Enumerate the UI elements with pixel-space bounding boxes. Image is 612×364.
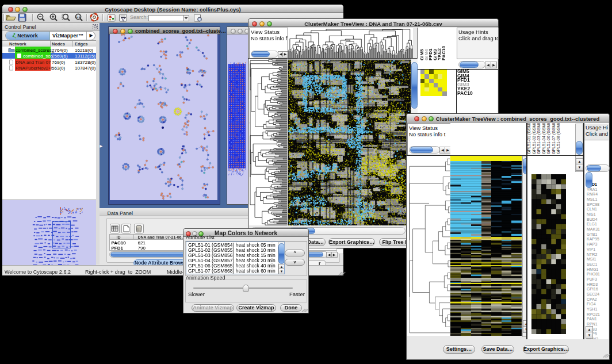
svg-text:Search:: Search:	[130, 14, 148, 20]
svg-text:1:1: 1:1	[76, 15, 81, 18]
